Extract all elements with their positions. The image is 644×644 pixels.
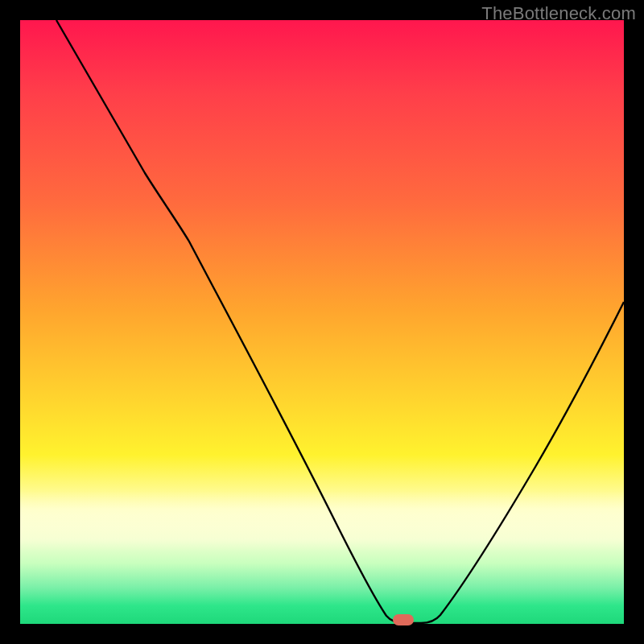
chart-frame: TheBottleneck.com <box>0 0 644 644</box>
curve-svg <box>20 20 624 624</box>
bottleneck-curve-path <box>56 20 624 623</box>
target-marker <box>393 614 414 625</box>
watermark-text: TheBottleneck.com <box>481 3 636 24</box>
plot-area <box>20 20 624 624</box>
